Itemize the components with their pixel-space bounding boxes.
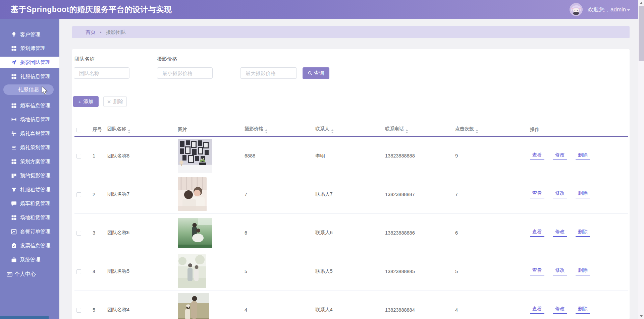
- team-name-label: 团队名称: [74, 56, 95, 62]
- sidebar-item-wedding-car-rental-mgmt[interactable]: 婚车租赁管理: [0, 198, 59, 209]
- team-photo-image: [178, 177, 207, 211]
- table-row: 4 团队名称5: [74, 252, 628, 291]
- breadcrumb-separator: •: [100, 30, 102, 35]
- scroll-down-arrow-icon[interactable]: [638, 313, 644, 319]
- cell-team-name: 团队名称5: [105, 252, 174, 291]
- sort-caret-icon[interactable]: [265, 129, 268, 133]
- column-header-price: 摄影价格: [242, 123, 312, 136]
- sort-caret-icon[interactable]: [476, 129, 478, 133]
- cell-contact: 联系人5: [312, 252, 382, 291]
- sidebar-item-planning-scheme-mgmt[interactable]: 策划方案管理: [0, 156, 59, 167]
- view-link[interactable]: 查看: [530, 229, 544, 237]
- book-icon: [11, 173, 17, 179]
- plus-icon: +: [78, 99, 82, 104]
- delete-link[interactable]: 删除: [576, 267, 590, 275]
- sort-caret-icon[interactable]: [331, 129, 334, 133]
- row-checkbox[interactable]: [76, 308, 81, 313]
- delete-link[interactable]: 删除: [576, 229, 590, 237]
- sidebar-item-invoice-info-mgmt[interactable]: 发票信息管理: [0, 240, 59, 251]
- select-all-checkbox[interactable]: [76, 128, 81, 132]
- cell-price: 6888: [242, 136, 312, 175]
- user-dropdown-caret-icon[interactable]: [627, 9, 631, 11]
- team-name-input[interactable]: [74, 67, 129, 79]
- briefcase-icon: [11, 257, 17, 263]
- delete-link[interactable]: 删除: [576, 152, 590, 160]
- edit-link[interactable]: 修改: [553, 229, 567, 237]
- sidebar-item-wedding-package-mgmt[interactable]: 婚礼套餐管理: [0, 128, 59, 139]
- sort-caret-icon[interactable]: [128, 129, 130, 133]
- sidebar-item-venue-info-mgmt[interactable]: 场地信息管理: [0, 114, 59, 125]
- sidebar-item-dress-info-mgmt[interactable]: 礼服信息管理: [0, 71, 59, 82]
- cell-index: 2: [88, 175, 105, 213]
- row-checkbox[interactable]: [76, 231, 81, 236]
- view-link[interactable]: 查看: [530, 267, 544, 275]
- scroll-up-arrow-icon[interactable]: [638, 0, 644, 6]
- bowtie-icon: [11, 117, 17, 122]
- x-icon: ✕: [107, 99, 111, 104]
- id-card-icon: [7, 271, 12, 277]
- status-strip: [0, 316, 49, 319]
- row-checkbox[interactable]: [76, 192, 81, 197]
- view-link[interactable]: 查看: [530, 190, 544, 198]
- row-checkbox[interactable]: [76, 269, 81, 274]
- row-checkbox[interactable]: [76, 154, 81, 158]
- vertical-scrollbar[interactable]: [638, 0, 644, 319]
- table-row: 3 团队名称6: [74, 213, 628, 252]
- cell-clicks: 5: [453, 252, 525, 291]
- column-header-image: 图片: [174, 123, 242, 136]
- cell-team-name: 团队名称4: [105, 291, 174, 319]
- printer-icon: [11, 187, 17, 193]
- team-photo-image: [178, 293, 209, 319]
- cell-index: 5: [88, 291, 105, 319]
- add-button[interactable]: + 添加: [73, 96, 99, 107]
- edit-link[interactable]: 修改: [553, 190, 567, 198]
- breadcrumb-current: 摄影团队: [106, 29, 126, 36]
- cell-contact: 联系人4: [312, 291, 382, 319]
- cell-clicks: 9: [453, 136, 525, 175]
- app: 基于Springboot的婚庆服务平台的设计与实现 欢迎您，admin 客户管理: [0, 0, 644, 319]
- cell-team-name: 团队名称8: [105, 136, 174, 175]
- table-row: 5 团队名称4: [74, 291, 628, 319]
- team-photo-image: [178, 218, 212, 248]
- table-row: 2 团队名称7: [74, 175, 628, 213]
- edit-link[interactable]: 修改: [553, 152, 567, 160]
- sidebar-item-planner-mgmt[interactable]: 策划师管理: [0, 43, 59, 54]
- edit-link[interactable]: 修改: [553, 306, 567, 314]
- delete-link[interactable]: 删除: [576, 190, 590, 198]
- view-link[interactable]: 查看: [530, 152, 544, 160]
- sliders-icon: [11, 131, 17, 136]
- sort-caret-icon[interactable]: [406, 129, 408, 133]
- cell-index: 3: [88, 213, 105, 252]
- min-price-input[interactable]: [157, 67, 213, 79]
- sidebar-item-customer-mgmt[interactable]: 客户管理: [0, 29, 59, 40]
- delete-button[interactable]: ✕ 删除: [103, 96, 127, 107]
- column-header-team-name: 团队名称: [105, 123, 174, 136]
- table-row: 1 团队名称8: [74, 136, 628, 175]
- chat-bubble-icon: [11, 201, 17, 206]
- breadcrumb-home-link[interactable]: 首页: [86, 29, 96, 36]
- user-avatar[interactable]: [570, 3, 583, 16]
- scrollbar-thumb[interactable]: [639, 6, 644, 61]
- view-link[interactable]: 查看: [530, 306, 544, 314]
- sidebar-item-system-mgmt[interactable]: 系统管理: [0, 254, 59, 265]
- edit-link[interactable]: 修改: [553, 267, 567, 275]
- cell-price: 5: [242, 252, 312, 291]
- sidebar-item-personal-center[interactable]: 个人中心: [0, 268, 59, 280]
- column-header-contact: 联系人: [312, 123, 382, 136]
- cell-index: 4: [88, 252, 105, 291]
- sidebar-item-venue-rental-mgmt[interactable]: 场地租赁管理: [0, 212, 59, 223]
- sidebar-item-package-order-mgmt[interactable]: 套餐订单管理: [0, 226, 59, 237]
- sidebar-item-dress-rental-mgmt[interactable]: 礼服租赁管理: [0, 184, 59, 195]
- sidebar-item-photo-team-mgmt-active[interactable]: 摄影团队管理: [0, 57, 59, 68]
- sidebar-item-wedding-car-info-mgmt[interactable]: 婚车信息管理: [0, 100, 59, 111]
- clipboard-check-icon: [11, 243, 17, 249]
- column-header-index: 序号: [88, 123, 105, 136]
- cell-phone: 13823888886: [382, 213, 453, 252]
- query-button[interactable]: 查询: [303, 67, 329, 79]
- delete-link[interactable]: 删除: [576, 306, 590, 314]
- cell-contact: 李明: [312, 136, 382, 175]
- sidebar-item-wedding-planning-mgmt[interactable]: 婚礼策划管理: [0, 142, 59, 153]
- main-content: 首页 • 摄影团队 团队名称 摄影价格 查询 + 添加 ✕ 删除: [59, 19, 638, 319]
- max-price-input[interactable]: [240, 67, 297, 79]
- sidebar-item-photo-booking-mgmt[interactable]: 预约摄影管理: [0, 170, 59, 181]
